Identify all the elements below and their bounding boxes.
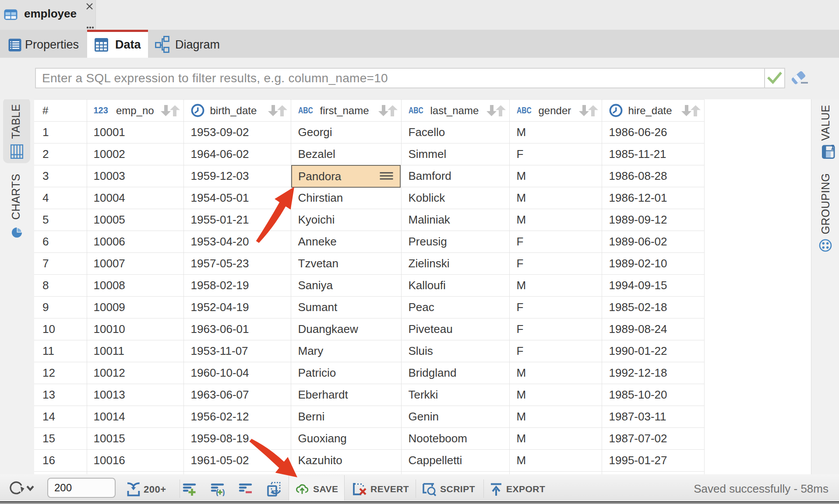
svg-text:): )	[222, 488, 225, 496]
